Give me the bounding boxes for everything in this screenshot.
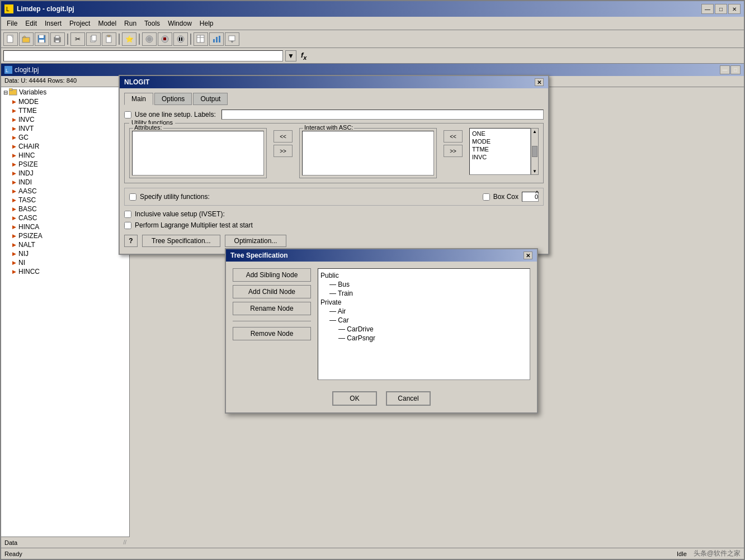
var-hinca[interactable]: ▶HINCA [1,222,129,231]
lagrange-checkbox[interactable] [124,222,131,229]
tree-spec-button[interactable]: Tree Specification... [142,235,220,247]
asc-left-arrow[interactable]: << [444,130,463,143]
interact-asc-listbox[interactable] [302,131,434,175]
menu-help[interactable]: Help [196,18,217,29]
tree-node-carpsngr[interactable]: — CarPsngr [320,334,527,343]
list-item-invc[interactable]: INVC [471,153,529,161]
pause-button[interactable] [173,32,188,46]
var-tasc[interactable]: ▶TASC [1,196,129,205]
collapse-arrow[interactable]: ^ [535,189,539,197]
tree-specification-dialog: Tree Specification ✕ Add Sibling Node Ad… [225,248,538,414]
copy-button[interactable] [86,32,101,46]
specify-utility-checkbox[interactable] [129,193,136,201]
formula-dropdown[interactable]: ▼ [285,50,296,61]
right-list-container: ONE MODE TTME INVC ▲ ▼ [469,128,539,175]
formula-input[interactable] [3,50,283,61]
formula-fx-button[interactable]: fx [299,51,309,61]
asc-right-arrow[interactable]: >> [444,145,463,157]
var-basc[interactable]: ▶BASC [1,205,129,213]
var-psize[interactable]: ▶PSIZE [1,160,129,169]
var-mode[interactable]: ▶MODE [1,97,129,106]
right-list[interactable]: ONE MODE TTME INVC [469,128,531,175]
new-button[interactable] [3,32,18,46]
var-chair[interactable]: ▶CHAIR [1,142,129,151]
menu-insert[interactable]: Insert [41,18,65,29]
var-nalt[interactable]: ▶NALT [1,240,129,249]
tab-output[interactable]: Output [193,93,228,105]
paste-button[interactable] [102,32,116,46]
table-button[interactable] [194,32,208,46]
sub-win-restore[interactable]: □ [730,65,741,74]
attr-right-arrow[interactable]: >> [274,145,293,157]
menu-project[interactable]: Project [66,18,93,29]
var-nij[interactable]: ▶NIJ [1,249,129,258]
print-button[interactable] [50,32,65,46]
list-item-ttme[interactable]: TTME [471,145,529,153]
nlogit-close-button[interactable]: ✕ [535,78,544,86]
cut-button[interactable]: ✂ [70,32,85,46]
menu-model[interactable]: Model [95,18,120,29]
var-gc[interactable]: ▶GC [1,133,129,142]
one-line-checkbox[interactable] [124,111,131,118]
var-invc[interactable]: ▶INVC [1,115,129,124]
help-button[interactable]: ? [124,235,138,247]
chart-button[interactable] [209,32,224,46]
var-invt[interactable]: ▶INVT [1,124,129,133]
menu-edit[interactable]: Edit [22,18,40,29]
tree-collapse-icon[interactable]: ⊟ [3,89,8,96]
optimization-button[interactable]: Optimization... [225,235,287,247]
stop-button[interactable] [158,32,172,46]
add-child-node-button[interactable]: Add Child Node [233,285,311,298]
var-ttme[interactable]: ▶TTME [1,106,129,115]
tree-node-train[interactable]: — Train [320,289,527,298]
star-button[interactable]: ⭐ [122,32,136,46]
menu-file[interactable]: File [3,18,21,29]
inclusive-value-checkbox[interactable] [124,211,131,218]
remove-node-button[interactable]: Remove Node [233,327,311,340]
tree-node-air[interactable]: — Air [320,307,527,316]
add-sibling-node-button[interactable]: Add Sibling Node [233,268,311,282]
list-item-mode[interactable]: MODE [471,137,529,145]
tree-view[interactable]: Public — Bus — Train Private — Air — Car… [318,268,530,380]
open-button[interactable] [19,32,34,46]
record-button[interactable] [142,32,157,46]
var-hinc[interactable]: ▶HINC [1,151,129,160]
tab-options[interactable]: Options [154,93,192,105]
right-list-vscroll[interactable]: ▲ ▼ [531,128,539,175]
tree-node-private[interactable]: Private [320,298,527,307]
minimize-button[interactable]: — [701,4,714,14]
rename-node-button[interactable]: Rename Node [233,302,311,315]
tree-node-public[interactable]: Public [320,271,527,280]
var-hincc[interactable]: ▶HINCC [1,267,129,276]
var-casc[interactable]: ▶CASC [1,213,129,222]
attr-left-arrow[interactable]: << [274,130,293,143]
box-cox-checkbox[interactable] [483,193,490,201]
tree-cancel-button[interactable]: Cancel [386,391,431,406]
tab-main[interactable]: Main [124,93,153,105]
attributes-listbox[interactable] [132,131,264,175]
close-button[interactable]: ✕ [728,4,741,14]
save-button[interactable] [35,32,49,46]
scroll-up-icon[interactable]: ▲ [532,129,537,134]
menu-run[interactable]: Run [121,18,140,29]
tree-node-bus[interactable]: — Bus [320,280,527,289]
resize-handle[interactable]: // [123,539,126,545]
tree-dialog-close-button[interactable]: ✕ [524,251,532,259]
menu-tools[interactable]: Tools [141,18,163,29]
list-item-one[interactable]: ONE [471,130,529,137]
export-button[interactable] [225,32,239,46]
tree-node-car[interactable]: — Car [320,316,527,325]
menu-window[interactable]: Window [164,18,195,29]
var-aasc[interactable]: ▶AASC [1,187,129,196]
svg-rect-26 [213,39,215,42]
tree-ok-button[interactable]: OK [332,391,377,406]
var-ni[interactable]: ▶NI [1,258,129,267]
var-indi[interactable]: ▶INDI [1,178,129,187]
var-psizea[interactable]: ▶PSIZEA [1,231,129,240]
scroll-down-icon[interactable]: ▼ [532,169,537,174]
labels-input[interactable] [221,110,544,120]
var-indj[interactable]: ▶INDJ [1,169,129,178]
maximize-button[interactable]: □ [715,4,727,14]
tree-node-cardrive[interactable]: — CarDrive [320,325,527,334]
sub-win-minimize[interactable]: — [720,65,730,74]
